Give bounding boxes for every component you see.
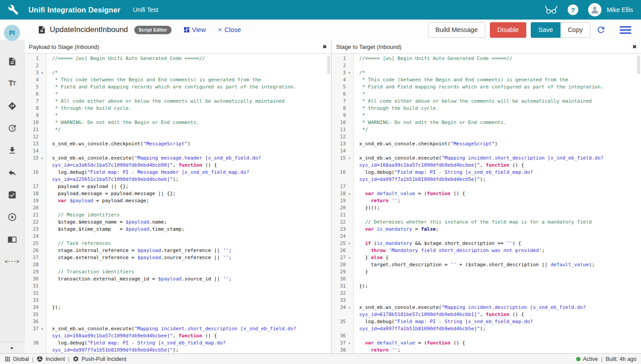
sidebar-item-file[interactable] — [7, 56, 17, 67]
code-text[interactable]: */ — [354, 126, 641, 133]
build-message-button[interactable]: Build Message — [428, 22, 485, 38]
code-line[interactable]: 34}); — [24, 304, 331, 311]
fold-arrow-icon[interactable]: ▾ — [39, 325, 46, 340]
code-line[interactable]: 10 * WARNING: Do not edit the Begin or E… — [24, 119, 331, 126]
code-text[interactable]: // Determines whether this instance of t… — [354, 219, 641, 226]
code-line[interactable]: 26 stage.internal_reference = $payload.t… — [24, 247, 331, 254]
code-text[interactable]: target.short_description = '' + ($stage.… — [354, 261, 641, 268]
code-text[interactable]: $stage.$message_name = $payload.name; — [47, 219, 331, 226]
code-line[interactable]: 13x_snd_eb.ws_console.checkpoint("Messag… — [24, 140, 331, 148]
code-text[interactable] — [47, 290, 331, 297]
code-line[interactable]: 26 throw 'Mandatory field short_descript… — [332, 247, 641, 254]
code-text[interactable] — [354, 183, 641, 190]
wrench-icon[interactable] — [8, 4, 19, 15]
code-line[interactable]: 30 transaction.external_message_id = $pa… — [24, 276, 331, 283]
code-line[interactable]: 34▾x_snd_eb.ws_console.execute("Mapping … — [332, 304, 641, 318]
fold-arrow-icon[interactable]: ▾ — [346, 69, 353, 76]
user-avatar[interactable] — [588, 3, 601, 16]
code-line[interactable]: 12 — [332, 133, 641, 140]
code-text[interactable]: //===== [ws] Begin Unifi Auto Generated … — [354, 55, 641, 62]
code-line[interactable]: 18▾ var default_value = (function () { — [332, 190, 641, 197]
code-text[interactable] — [47, 233, 331, 240]
code-line[interactable]: 31}); — [332, 283, 641, 290]
code-line[interactable]: 33 — [332, 297, 641, 304]
code-text[interactable]: // Task references — [47, 240, 331, 247]
code-text[interactable]: * This code (between the Begin and End c… — [354, 76, 641, 84]
code-line[interactable]: 16 log.debug("Field map: PI - Message He… — [24, 169, 331, 183]
code-editor-left[interactable]: 1//===== [ws] Begin Unifi Auto Generated… — [24, 54, 331, 353]
code-text[interactable]: var default_value = (function () { — [354, 340, 641, 347]
code-line[interactable]: 18 payload.message = payload.message || … — [24, 190, 331, 197]
code-line[interactable]: 35 — [24, 311, 331, 318]
code-text[interactable]: return ''; — [354, 197, 641, 204]
code-line[interactable]: 15▾x_snd_eb.ws_console.execute("Mapping … — [332, 155, 641, 169]
scrollbar-thumb[interactable] — [637, 56, 640, 74]
code-text[interactable]: * All code either above or below the com… — [47, 98, 331, 105]
process-avatar[interactable]: PI — [4, 25, 20, 41]
menu-button[interactable] — [620, 26, 631, 34]
code-text[interactable] — [47, 204, 331, 212]
code-text[interactable]: */ — [47, 126, 331, 133]
code-text[interactable]: } — [354, 268, 641, 276]
code-text[interactable]: // Messge identifiers — [47, 212, 331, 219]
code-line[interactable]: 7 * All code either above or below the c… — [24, 98, 331, 105]
code-line[interactable]: 14 — [24, 148, 331, 155]
fold-arrow-icon[interactable]: ▾ — [39, 155, 46, 169]
code-text[interactable]: x_snd_eb.ws_console.execute("Mapping mes… — [47, 155, 331, 169]
code-line[interactable]: 27▾ } else { — [332, 254, 641, 261]
code-line[interactable]: 7 * All code either above or below the c… — [332, 98, 641, 105]
code-text[interactable]: log.debug("Field map: PI - String [x_snd… — [354, 318, 641, 332]
code-text[interactable]: x_snd_eb.ws_console.execute("Mapping inc… — [354, 155, 641, 169]
code-line[interactable]: 19 return ''; — [332, 197, 641, 204]
code-text[interactable] — [354, 148, 641, 155]
code-line[interactable]: 32 — [332, 290, 641, 297]
code-line[interactable]: 1//===== [ws] Begin Unifi Auto Generated… — [332, 55, 641, 62]
code-text[interactable] — [47, 311, 331, 318]
help-icon[interactable]: ? — [568, 4, 578, 15]
code-text[interactable]: //===== [ws] Begin Unifi Auto Generated … — [47, 55, 331, 62]
code-text[interactable] — [354, 290, 641, 297]
code-text[interactable] — [354, 332, 641, 340]
code-line[interactable]: 21 — [332, 212, 641, 219]
sidebar-item-download[interactable] — [7, 145, 17, 156]
code-line[interactable]: 36 — [332, 332, 641, 340]
code-text[interactable]: log.debug("Field map: PI - Message Heade… — [47, 169, 331, 183]
code-line[interactable]: 22 $stage.$message_name = $payload.name; — [24, 219, 331, 226]
code-text[interactable] — [354, 62, 641, 69]
code-line[interactable]: 1//===== [ws] Begin Unifi Auto Generated… — [24, 55, 331, 62]
code-text[interactable]: * through the build cycle. — [354, 105, 641, 112]
scrollbar-thumb[interactable] — [327, 56, 330, 74]
code-line[interactable]: 2 — [24, 62, 331, 69]
integration-item[interactable]: Push-Pull Incident — [72, 356, 126, 362]
close-button[interactable]: Close — [217, 26, 241, 33]
code-line[interactable]: 14 — [332, 148, 641, 155]
app-item[interactable]: Incident — [36, 356, 65, 362]
code-text[interactable]: * — [354, 112, 641, 119]
code-line[interactable]: 23 $stage.$time_stamp = $payload.time_st… — [24, 226, 331, 233]
code-line[interactable]: 6 * — [332, 91, 641, 98]
code-editor-right[interactable]: 1//===== [ws] Begin Unifi Auto Generated… — [332, 54, 641, 353]
code-line[interactable]: 5 * Field and Field mapping records whic… — [24, 84, 331, 91]
code-text[interactable] — [47, 297, 331, 304]
code-text[interactable]: * through the build cycle. — [47, 105, 331, 112]
code-line[interactable]: 22 // Determines whether this instance o… — [332, 219, 641, 226]
code-text[interactable]: * Field and Field mapping records which … — [354, 84, 641, 91]
code-text[interactable]: x_snd_eb.ws_console.execute("Mapping inc… — [354, 304, 641, 318]
fold-arrow-icon[interactable]: ▾ — [346, 155, 353, 169]
code-line[interactable]: 17 payload = payload || {}; — [24, 183, 331, 190]
code-line[interactable]: 12 — [24, 133, 331, 140]
code-line[interactable]: 17 — [332, 183, 641, 190]
sidebar-item-text-format[interactable]: TT — [7, 78, 17, 89]
code-text[interactable] — [354, 233, 641, 240]
code-text[interactable]: throw 'Mandatory field short_description… — [354, 247, 641, 254]
code-line[interactable]: 28 target.short_description = '' + ($sta… — [332, 261, 641, 268]
code-text[interactable]: /* — [354, 69, 641, 76]
code-text[interactable]: $stage.$time_stamp = $payload.time_stamp… — [47, 226, 331, 233]
code-line[interactable]: 35 log.debug("Field map: PI - String [x_… — [332, 318, 641, 332]
sidebar-item-reply[interactable] — [7, 167, 17, 178]
code-text[interactable] — [47, 133, 331, 140]
pane-close-icon[interactable]: ✖ — [323, 44, 327, 50]
code-line[interactable]: 4 * This code (between the Begin and End… — [332, 76, 641, 84]
code-line[interactable]: 38 return ''; — [332, 347, 641, 353]
sidebar-item-run[interactable] — [7, 212, 17, 222]
